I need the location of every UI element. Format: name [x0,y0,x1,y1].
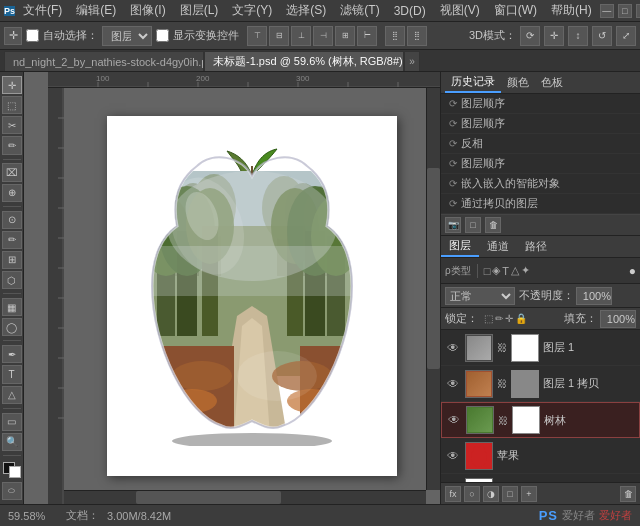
filter-text-icon[interactable]: T [502,265,509,277]
menu-layer[interactable]: 图层(L) [174,0,225,21]
filter-smart-icon[interactable]: ✦ [521,264,530,277]
3d-roll-button[interactable]: ↺ [592,26,612,46]
layer-item-2[interactable]: 👁 ⛓ 树林 [441,402,640,438]
quick-mask-tool[interactable]: ⬭ [2,482,22,500]
canvas-area[interactable]: 100 200 300 [24,72,440,504]
swatches-tab[interactable]: 色板 [535,73,569,92]
pen-tool[interactable]: ✒ [2,345,22,363]
align-left-button[interactable]: ⊣ [313,26,333,46]
selection-tool[interactable]: ⬚ [2,96,22,114]
3d-pan-button[interactable]: ✛ [544,26,564,46]
history-item-1[interactable]: ⟳ 图层顺序 [441,114,640,134]
layer-group-button[interactable]: □ [502,486,518,502]
history-item-2[interactable]: ⟳ 反相 [441,134,640,154]
menu-image[interactable]: 图像(I) [124,0,171,21]
blend-mode-select[interactable]: 正常 溶解 正片叠底 [445,287,515,305]
align-hcenter-button[interactable]: ⊞ [335,26,355,46]
zoom-tool[interactable]: 🔍 [2,433,22,451]
color-tab[interactable]: 颜色 [501,73,535,92]
lasso-tool[interactable]: ✂ [2,116,22,134]
layer-fx-button[interactable]: fx [445,486,461,502]
layer-adjustment-button[interactable]: ◑ [483,486,499,502]
layer-delete-button[interactable]: 🗑 [620,486,636,502]
move-tool-icon[interactable]: ✛ [4,27,22,45]
new-snapshot-button[interactable]: 📷 [445,217,461,233]
filter-shape-icon[interactable]: △ [511,264,519,277]
close-button[interactable]: ✕ [636,4,640,18]
zoom-level: 59.58% [8,510,58,522]
vertical-scrollbar[interactable] [426,88,440,490]
align-right-button[interactable]: ⊢ [357,26,377,46]
align-vcenter-button[interactable]: ⊟ [269,26,289,46]
3d-rotate-button[interactable]: ⟳ [520,26,540,46]
history-tab[interactable]: 历史记录 [445,72,501,93]
minimize-button[interactable]: — [600,4,614,18]
path-tool[interactable]: △ [2,386,22,404]
text-tool[interactable]: T [2,365,22,383]
menu-3d[interactable]: 3D(D) [388,2,432,20]
layer-item-0[interactable]: 👁 ⛓ 图层 1 [441,330,640,366]
create-document-button[interactable]: □ [465,217,481,233]
3d-dolly-button[interactable]: ↕ [568,26,588,46]
layer-new-button[interactable]: + [521,486,537,502]
heal-tool[interactable]: ⊙ [2,211,22,229]
history-item-4[interactable]: ⟳ 嵌入嵌入的智能对象 [441,174,640,194]
maximize-button[interactable]: □ [618,4,632,18]
3d-slide-button[interactable]: ⤢ [616,26,636,46]
tab-2[interactable]: 未标题-1.psd @ 59.6% (树林, RGB/8#) * [204,51,404,71]
filter-toggle[interactable]: ● [629,264,636,278]
show-transform-checkbox[interactable] [156,29,169,42]
auto-select-dropdown[interactable]: 图层 [102,26,152,46]
tab-1[interactable]: nd_night_2_by_nathies-stock-d4gy0ih.psd [4,51,204,71]
history-item-0[interactable]: ⟳ 图层顺序 [441,94,640,114]
filter-pixel-icon[interactable]: □ [484,265,491,277]
layers-tab-btn[interactable]: 图层 [441,236,479,257]
lock-move-icon[interactable]: ✛ [505,313,513,324]
layer-eye-2[interactable]: 👁 [446,413,462,427]
delete-history-button[interactable]: 🗑 [485,217,501,233]
layer-mask-button[interactable]: ○ [464,486,480,502]
menu-filter[interactable]: 滤镜(T) [334,0,385,21]
clone-tool[interactable]: ⊞ [2,251,22,269]
crop-tool[interactable]: ⌧ [2,163,22,181]
erase-tool[interactable]: ⬡ [2,271,22,289]
paths-tab-btn[interactable]: 路径 [517,237,555,256]
filter-adj-icon[interactable]: ◈ [492,264,500,277]
history-item-5[interactable]: ⟳ 通过拷贝的图层 [441,194,640,214]
align-top-button[interactable]: ⊤ [247,26,267,46]
layer-eye-0[interactable]: 👁 [445,341,461,355]
layer-item-1[interactable]: 👁 ⛓ 图层 1 拷贝 [441,366,640,402]
menu-text[interactable]: 文字(Y) [226,0,278,21]
lock-all-icon[interactable]: 🔒 [515,313,527,324]
lock-brush-icon[interactable]: ✏ [495,313,503,324]
move-tool[interactable]: ✛ [2,76,22,94]
layer-item-4[interactable]: 👁 背景 [441,474,640,482]
menu-edit[interactable]: 编辑(E) [70,0,122,21]
lock-transparent-icon[interactable]: ⬚ [484,313,493,324]
wand-tool[interactable]: ✏ [2,136,22,154]
tab-bar: nd_night_2_by_nathies-stock-d4gy0ih.psd … [0,50,640,72]
menu-file[interactable]: 文件(F) [17,0,68,21]
shape-tool[interactable]: ▭ [2,413,22,431]
distribute2-button[interactable]: ⣿ [407,26,427,46]
horizontal-scrollbar[interactable] [64,490,426,504]
menu-window[interactable]: 窗口(W) [488,0,543,21]
tab-overflow-arrow[interactable]: » [404,51,420,71]
dodge-tool[interactable]: ◯ [2,318,22,336]
layer-eye-1[interactable]: 👁 [445,377,461,391]
menu-help[interactable]: 帮助(H) [545,0,598,21]
menu-view[interactable]: 视图(V) [434,0,486,21]
history-item-3[interactable]: ⟳ 图层顺序 [441,154,640,174]
layer-eye-3[interactable]: 👁 [445,449,461,463]
gradient-tool[interactable]: ▦ [2,298,22,316]
align-bottom-button[interactable]: ⊥ [291,26,311,46]
eyedropper-tool[interactable]: ⊕ [2,184,22,202]
fill-input[interactable] [600,310,636,328]
menu-select[interactable]: 选择(S) [280,0,332,21]
layer-item-3[interactable]: 👁 苹果 [441,438,640,474]
opacity-input[interactable] [576,287,612,305]
brush-tool[interactable]: ✏ [2,231,22,249]
channels-tab-btn[interactable]: 通道 [479,237,517,256]
auto-select-checkbox[interactable] [26,29,39,42]
distribute-button[interactable]: ⣿ [385,26,405,46]
